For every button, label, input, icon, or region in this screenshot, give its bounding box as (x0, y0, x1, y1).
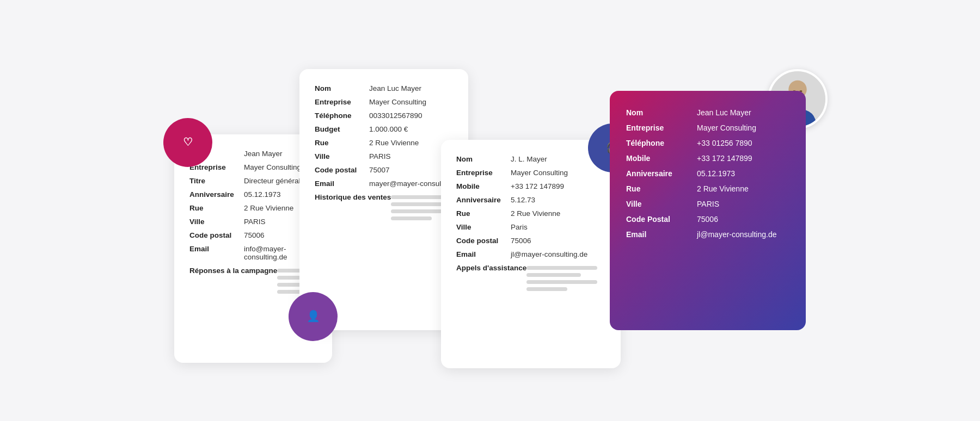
field-label: Ville (456, 223, 511, 231)
field-row: Mobile+33 172 147899 (626, 154, 789, 163)
field-label: Mobile (626, 154, 697, 163)
unified-fields: NomJean Luc MayerEntrepriseMayer Consult… (626, 108, 789, 239)
field-row: EntrepriseMayer Consulting (315, 98, 453, 106)
field-row: Téléphone0033012567890 (315, 112, 453, 120)
placeholder-line (526, 273, 581, 277)
field-value: 75006 (511, 237, 531, 245)
field-value: 0033012567890 (369, 112, 422, 120)
field-row: Code Postal75006 (626, 215, 789, 224)
field-value: PARIS (244, 218, 266, 226)
field-row: Rue2 Rue Vivienne (626, 184, 789, 193)
field-label: Nom (456, 155, 511, 163)
field-value: +33 01256 7890 (697, 139, 752, 147)
field-value: PARIS (369, 152, 391, 160)
field-value: jl@mayer-consulting.de (511, 250, 587, 258)
field-label: Anniversaire (456, 196, 511, 204)
field-label: Anniversaire (626, 169, 697, 178)
field-label: Rue (456, 209, 511, 218)
field-value: mayer@mayer-consulting (369, 179, 453, 188)
field-row: EntrepriseMayer Consulting (189, 163, 317, 171)
field-row: EntrepriseMayer Consulting (456, 169, 605, 177)
placeholder-line (391, 216, 432, 220)
scene: ♡ NomJean MayerEntrepriseMayer Consultin… (27, 15, 953, 406)
field-value: 5.12.73 (511, 196, 535, 204)
field-value: Paris (511, 223, 528, 231)
field-row: Mobile+33 172 147899 (456, 182, 605, 190)
field-row: Emailmayer@mayer-consulting (315, 179, 453, 188)
field-value: 05.12.1973 (244, 190, 281, 199)
field-row: NomJean Luc Mayer (626, 108, 789, 117)
support-card: 🎧 NomJ. L. MayerEntrepriseMayer Consulti… (441, 140, 621, 368)
field-value: Directeur général (244, 177, 301, 185)
field-label: Code postal (456, 237, 511, 245)
field-value: 2 Rue Vivienne (244, 204, 293, 212)
field-value: 2 Rue Vivienne (369, 139, 419, 147)
support-fields: NomJ. L. MayerEntrepriseMayer Consulting… (456, 155, 605, 291)
sales-icon: 👤 (307, 309, 320, 323)
unified-card: NomJean Luc MayerEntrepriseMayer Consult… (610, 91, 806, 330)
field-label: Téléphone (315, 112, 369, 120)
sales-fields: NomJean Luc MayerEntrepriseMayer Consult… (315, 84, 453, 220)
field-label: Historique des ventes (315, 193, 391, 201)
field-value: Mayer Consulting (511, 169, 568, 177)
field-value: Jean Luc Mayer (369, 84, 421, 92)
placeholder-line (391, 202, 445, 206)
field-value: Mayer Consulting (369, 98, 426, 106)
field-value: 75007 (369, 166, 390, 174)
field-label: Email (189, 245, 244, 253)
field-label: Nom (626, 108, 697, 117)
field-row: VillePARIS (626, 200, 789, 208)
field-value: +33 172 147899 (697, 154, 752, 163)
field-row: VilleParis (456, 223, 605, 231)
field-value: 75006 (244, 231, 265, 239)
field-label: Ville (189, 218, 244, 226)
field-value: 05.12.1973 (697, 169, 735, 178)
field-label: Email (456, 250, 511, 258)
field-row: Anniversaire05.12.1973 (626, 169, 789, 178)
field-row: Rue2 Rue Vivienne (456, 209, 605, 218)
field-label: Email (315, 179, 369, 188)
field-label: Email (626, 230, 697, 239)
field-value: Jean Luc Mayer (697, 108, 751, 117)
field-value: 1.000.000 € (369, 125, 408, 133)
placeholder-line (526, 280, 597, 284)
field-label: Réponses à la campagne (189, 267, 277, 275)
field-row: Emailjl@mayer-consulting.de (626, 230, 789, 239)
placeholder-lines (526, 266, 597, 291)
field-value: Jean Mayer (244, 150, 283, 158)
cards-overlap: ♡ NomJean MayerEntrepriseMayer Consultin… (174, 58, 523, 363)
field-value: +33 172 147899 (511, 182, 564, 190)
field-value: PARIS (697, 200, 719, 208)
field-row: Rue2 Rue Vivienne (315, 139, 453, 147)
field-label: Anniversaire (189, 190, 244, 199)
field-label: Entreprise (456, 169, 511, 177)
field-label: Appels d'assistance (456, 264, 526, 272)
unified-section: NomJean Luc MayerEntrepriseMayer Consult… (577, 91, 806, 330)
field-row: Historique des ventes (315, 193, 453, 220)
field-label: Budget (315, 125, 369, 133)
field-label: Téléphone (626, 139, 697, 147)
field-row: Anniversaire5.12.73 (456, 196, 605, 204)
field-label: Ville (626, 200, 697, 208)
field-row: Anniversaire05.12.1973 (189, 190, 317, 199)
field-label: Rue (315, 139, 369, 147)
field-row: TitreDirecteur général (189, 177, 317, 185)
field-label: Entreprise (626, 123, 697, 132)
sales-badge: 👤 (289, 292, 338, 341)
field-label: Rue (626, 184, 697, 193)
field-value: 2 Rue Vivienne (697, 184, 749, 193)
marketing-fields: NomJean MayerEntrepriseMayer ConsultingT… (189, 150, 317, 294)
field-row: Rue2 Rue Vivienne (189, 204, 317, 212)
field-row: NomJean Luc Mayer (315, 84, 453, 92)
field-row: Emailjl@mayer-consulting.de (456, 250, 605, 258)
field-label: Code Postal (626, 215, 697, 224)
field-label: Rue (189, 204, 244, 212)
field-value: 75006 (697, 215, 718, 224)
field-label: Mobile (456, 182, 511, 190)
field-label: Ville (315, 152, 369, 160)
field-row: Emailinfo@mayer-consulting.de (189, 245, 317, 261)
marketing-badge: ♡ (163, 118, 212, 167)
field-value: J. L. Mayer (511, 155, 547, 163)
field-value: Mayer Consulting (244, 163, 301, 171)
field-row: VillePARIS (315, 152, 453, 160)
